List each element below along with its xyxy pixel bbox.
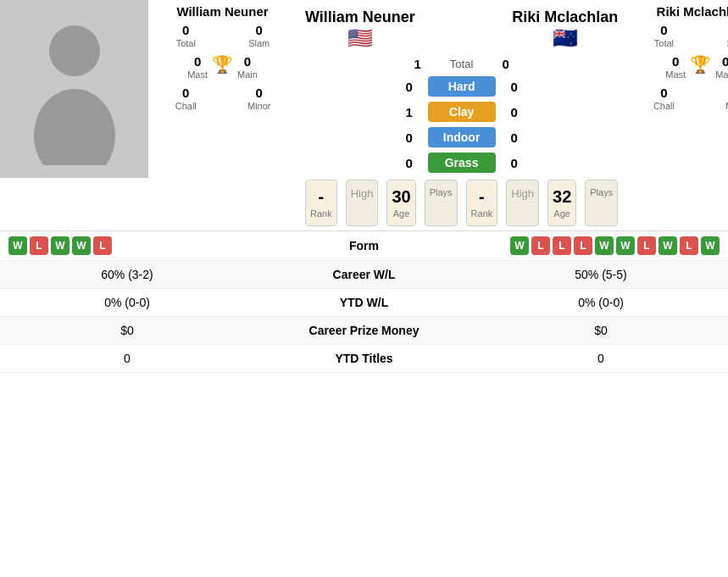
grass-row: 0 Grass 0	[401, 150, 523, 175]
left-total-stat: 0 Total	[153, 23, 220, 49]
right-rank-lbl: Rank	[471, 208, 493, 219]
left-titles: 0	[8, 352, 246, 365]
left-high-val: High	[351, 187, 374, 200]
left-slam-stat: 0 Slam	[226, 23, 293, 49]
svg-point-1	[34, 89, 115, 165]
right-age-block: 32 Age	[547, 180, 576, 226]
left-mast-stat: 0 Mast	[187, 54, 208, 80]
bottom-section: W L W W L Form W L L L W W L W L W 60%	[0, 230, 728, 373]
left-rank-block: - Rank	[305, 180, 337, 226]
grass-score-right: 0	[506, 156, 523, 170]
left-rank-val: -	[319, 187, 325, 207]
indoor-button[interactable]: Indoor	[428, 127, 496, 147]
career-wl-row: 60% (3-2) Career W/L 50% (5-5)	[0, 261, 728, 289]
left-player-stats-col: William Neuner 0 Total 0 Slam 0 Mast	[148, 0, 297, 117]
center-panel: William Neuner 🇺🇸 Riki Mclachlan 🇳🇿 1 To…	[297, 0, 626, 230]
right-header-name: Riki Mclachlan	[512, 8, 618, 26]
left-player-photo	[0, 0, 148, 178]
right-form-badge-8: W	[659, 236, 677, 255]
form-label: Form	[246, 239, 482, 252]
right-chall-stat: 0 Chall	[631, 86, 697, 112]
right-stats-grid: 0 Total 0 Slam	[631, 23, 728, 49]
hard-score-left: 0	[401, 80, 418, 94]
left-form-badge-3: W	[51, 236, 69, 255]
ytd-wl-row: 0% (0-0) YTD W/L 0% (0-0)	[0, 289, 728, 317]
left-main-stat: 0 Main	[237, 54, 258, 80]
left-form-badges: W L W W L	[8, 236, 246, 255]
right-age-lbl: Age	[553, 208, 570, 219]
right-rank-val: -	[479, 187, 485, 207]
top-section: William Neuner 0 Total 0 Slam 0 Mast	[0, 0, 728, 230]
right-flag: 🇳🇿	[553, 26, 578, 50]
form-row: W L W W L Form W L L L W W L W L W	[0, 231, 728, 261]
right-form-badge-3: L	[553, 236, 571, 255]
left-chall-stat: 0 Chall	[153, 86, 220, 112]
titles-row: 0 YTD Titles 0	[0, 345, 728, 373]
clay-row: 1 Clay 0	[401, 99, 523, 125]
indoor-score-left: 0	[401, 130, 418, 145]
right-total-stat: 0 Total	[631, 23, 697, 49]
right-career-wl: 50% (5-5)	[482, 268, 720, 281]
titles-label: YTD Titles	[246, 352, 482, 365]
right-bottom-stats: 0 Chall 0 Minor	[631, 86, 728, 112]
left-age-lbl: Age	[393, 208, 410, 219]
hard-score-right: 0	[506, 80, 523, 94]
stats-blocks-row: - Rank High 30 Age Plays - Rank	[297, 175, 626, 230]
left-prize: $0	[8, 324, 246, 337]
right-form-badge-4: L	[574, 236, 592, 255]
left-form-badge-1: W	[8, 236, 27, 255]
prize-row: $0 Career Prize Money $0	[0, 317, 728, 345]
left-bottom-stats: 0 Chall 0 Minor	[153, 86, 292, 112]
left-form-badge-5: L	[93, 236, 112, 255]
left-name-flag: William Neuner 🇺🇸	[305, 8, 415, 50]
right-form-badge-1: W	[510, 236, 529, 255]
left-trophy-row: 0 Mast 🏆 0 Main	[153, 54, 292, 80]
left-plays-block: Plays	[425, 180, 458, 226]
prize-label: Career Prize Money	[246, 324, 482, 337]
right-form-badge-7: L	[637, 236, 656, 255]
hard-button[interactable]: Hard	[428, 76, 496, 97]
right-prize: $0	[482, 324, 720, 337]
indoor-row: 0 Indoor 0	[401, 125, 523, 150]
right-high-val: High	[511, 187, 534, 200]
total-label: Total	[436, 58, 487, 70]
right-minor-stat: 0 Minor	[704, 86, 728, 112]
left-form-badge-4: W	[72, 236, 91, 255]
left-plays-lbl: Plays	[430, 187, 453, 197]
left-high-block: High	[346, 180, 379, 226]
clay-button[interactable]: Clay	[428, 102, 496, 122]
right-rank-block: - Rank	[466, 180, 498, 226]
grass-score-left: 0	[401, 156, 418, 170]
right-plays-block: Plays	[585, 180, 618, 226]
right-form-badge-6: W	[616, 236, 635, 255]
right-form-badges: W L L L W W L W L W	[482, 236, 720, 255]
right-main-stat: 0 Main	[715, 54, 728, 80]
indoor-score-right: 0	[506, 130, 523, 145]
left-form-badge-2: L	[30, 236, 48, 255]
clay-score-right: 0	[506, 105, 523, 119]
left-header-name: William Neuner	[305, 8, 415, 26]
left-minor-stat: 0 Minor	[226, 86, 293, 112]
right-high-block: High	[506, 180, 539, 226]
right-player-stats-col: Riki Mclachlan 0 Total 0 Slam 0 Mast	[626, 0, 728, 117]
left-player-name: William Neuner	[153, 4, 292, 19]
left-stats-grid: 0 Total 0 Slam	[153, 23, 292, 49]
right-name-flag: Riki Mclachlan 🇳🇿	[512, 8, 618, 50]
grass-button[interactable]: Grass	[428, 153, 496, 173]
left-rank-lbl: Rank	[310, 208, 332, 219]
names-row: William Neuner 🇺🇸 Riki Mclachlan 🇳🇿	[297, 0, 626, 54]
total-score-left: 1	[409, 57, 426, 71]
right-plays-lbl: Plays	[590, 187, 613, 197]
left-trophy-icon: 🏆	[212, 54, 233, 75]
right-trophy-row: 0 Mast 🏆 0 Main	[631, 54, 728, 80]
ytd-wl-label: YTD W/L	[246, 296, 482, 309]
left-age-val: 30	[392, 187, 410, 207]
right-titles: 0	[482, 352, 720, 365]
right-age-val: 32	[553, 187, 571, 207]
right-form-badge-2: L	[531, 236, 550, 255]
left-career-wl: 60% (3-2)	[8, 268, 246, 281]
clay-score-left: 1	[401, 105, 418, 119]
left-flag: 🇺🇸	[347, 26, 373, 50]
left-ytd-wl: 0% (0-0)	[8, 296, 246, 309]
right-slam-stat: 0 Slam	[704, 23, 728, 49]
